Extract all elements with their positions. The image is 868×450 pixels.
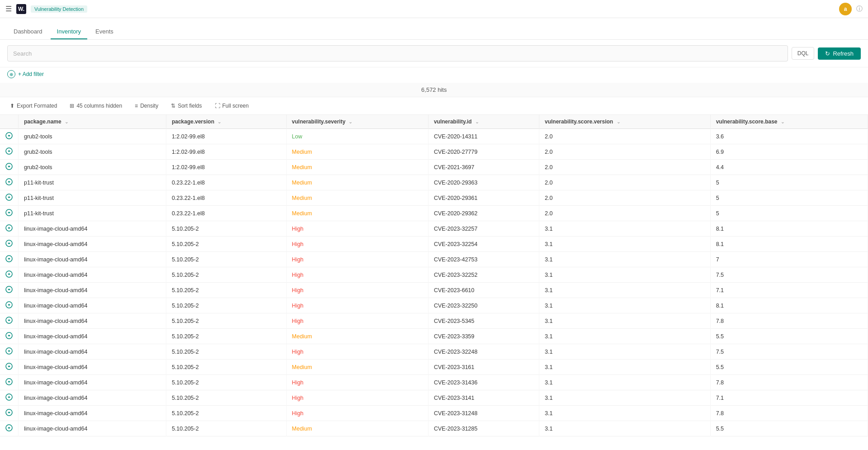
table-row[interactable]: linux-image-cloud-amd64 5.10.205-2 High …: [0, 252, 868, 267]
col-score-version[interactable]: vulnerability.score.version ⌄: [539, 115, 711, 129]
table-wrapper: package.name ⌄ package.version ⌄ vulnera…: [0, 115, 868, 436]
tab-dashboard[interactable]: Dashboard: [7, 24, 49, 39]
search-bar[interactable]: [7, 45, 788, 62]
cell-package-name: linux-image-cloud-amd64: [19, 221, 166, 237]
table-row[interactable]: linux-image-cloud-amd64 5.10.205-2 High …: [0, 344, 868, 360]
cell-package-version: 1:2.02-99.el8: [166, 160, 286, 175]
svg-point-17: [9, 258, 10, 260]
breadcrumb-tag: Vulnerability Detection: [31, 5, 87, 13]
sort-package-name-icon: ⌄: [65, 119, 68, 124]
columns-hidden-button[interactable]: ⊞ 45 columns hidden: [67, 101, 125, 111]
row-icon-cell: [0, 344, 19, 360]
table-row[interactable]: p11-kit-trust 0.23.22-1.el8 Medium CVE-2…: [0, 190, 868, 206]
cell-score-base: 5: [710, 206, 868, 221]
package-icon: [5, 378, 13, 385]
table-row[interactable]: linux-image-cloud-amd64 5.10.205-2 High …: [0, 313, 868, 329]
cell-package-name: linux-image-cloud-amd64: [19, 329, 166, 344]
cell-vuln-id: CVE-2023-32252: [428, 267, 539, 283]
cell-package-name: grub2-tools: [19, 160, 166, 175]
sort-fields-button[interactable]: ⇅ Sort fields: [168, 101, 204, 111]
col-score-base[interactable]: vulnerability.score.base ⌄: [710, 115, 868, 129]
tab-events[interactable]: Events: [89, 24, 120, 39]
table-row[interactable]: p11-kit-trust 0.23.22-1.el8 Medium CVE-2…: [0, 175, 868, 190]
table-row[interactable]: grub2-tools 1:2.02-99.el8 Low CVE-2020-1…: [0, 129, 868, 144]
density-button[interactable]: ≡ Density: [132, 101, 161, 111]
info-icon[interactable]: ⓘ: [856, 5, 863, 13]
refresh-button[interactable]: ↻ Refresh: [818, 47, 861, 60]
row-icon-cell: [0, 160, 19, 175]
svg-point-11: [9, 212, 10, 213]
svg-point-23: [9, 304, 10, 306]
table-row[interactable]: linux-image-cloud-amd64 5.10.205-2 High …: [0, 283, 868, 298]
cell-severity: Medium: [286, 329, 428, 344]
row-icon-cell: [0, 190, 19, 206]
sort-package-version-icon: ⌄: [217, 119, 221, 124]
dql-button[interactable]: DQL: [792, 47, 815, 60]
table-row[interactable]: grub2-tools 1:2.02-99.el8 Medium CVE-202…: [0, 144, 868, 160]
row-icon-cell: [0, 206, 19, 221]
menu-icon[interactable]: ☰: [5, 5, 12, 13]
cell-score-base: 7.1: [710, 283, 868, 298]
cell-severity: Medium: [286, 160, 428, 175]
cell-package-version: 1:2.02-99.el8: [166, 144, 286, 160]
cell-score-version: 3.1: [539, 221, 711, 237]
svg-point-29: [9, 351, 10, 352]
table-row[interactable]: linux-image-cloud-amd64 5.10.205-2 Mediu…: [0, 329, 868, 344]
export-button[interactable]: ⬆ Export Formated: [7, 101, 60, 111]
avatar: a: [839, 3, 852, 15]
table-row[interactable]: linux-image-cloud-amd64 5.10.205-2 High …: [0, 237, 868, 252]
cell-severity: High: [286, 252, 428, 267]
table-row[interactable]: linux-image-cloud-amd64 5.10.205-2 High …: [0, 221, 868, 237]
table-row[interactable]: linux-image-cloud-amd64 5.10.205-2 High …: [0, 267, 868, 283]
row-icon-cell: [0, 298, 19, 313]
package-icon: [5, 270, 13, 278]
cell-severity: Low: [286, 129, 428, 144]
fullscreen-button[interactable]: ⛶ Full screen: [212, 101, 252, 111]
cell-severity: High: [286, 313, 428, 329]
table-row[interactable]: linux-image-cloud-amd64 5.10.205-2 Mediu…: [0, 360, 868, 375]
cell-score-base: 7: [710, 252, 868, 267]
package-icon: [5, 132, 13, 139]
cell-package-name: p11-kit-trust: [19, 190, 166, 206]
cell-score-version: 3.1: [539, 390, 711, 406]
cell-severity: Medium: [286, 360, 428, 375]
table-row[interactable]: linux-image-cloud-amd64 5.10.205-2 Mediu…: [0, 421, 868, 436]
filter-icon[interactable]: ⊕: [7, 70, 15, 78]
cell-score-base: 7.1: [710, 390, 868, 406]
cell-package-version: 5.10.205-2: [166, 298, 286, 313]
col-score-version-label: vulnerability.score.version: [545, 118, 613, 125]
table-row[interactable]: grub2-tools 1:2.02-99.el8 Medium CVE-202…: [0, 160, 868, 175]
svg-point-35: [9, 397, 10, 398]
table-row[interactable]: linux-image-cloud-amd64 5.10.205-2 High …: [0, 375, 868, 390]
cell-package-name: linux-image-cloud-amd64: [19, 267, 166, 283]
hits-bar: 6,572 hits: [0, 83, 868, 97]
cell-vuln-id: CVE-2023-31436: [428, 375, 539, 390]
cell-score-version: 2.0: [539, 160, 711, 175]
table-row[interactable]: linux-image-cloud-amd64 5.10.205-2 High …: [0, 298, 868, 313]
cell-package-version: 5.10.205-2: [166, 390, 286, 406]
cell-vuln-id: CVE-2023-5345: [428, 313, 539, 329]
add-filter-button[interactable]: + Add filter: [18, 71, 44, 77]
table-row[interactable]: linux-image-cloud-amd64 5.10.205-2 High …: [0, 406, 868, 421]
package-icon: [5, 178, 13, 185]
refresh-icon: ↻: [825, 50, 830, 57]
col-vuln-id[interactable]: vulnerability.id ⌄: [428, 115, 539, 129]
row-icon-cell: [0, 360, 19, 375]
row-icon-cell: [0, 175, 19, 190]
table-row[interactable]: linux-image-cloud-amd64 5.10.205-2 High …: [0, 390, 868, 406]
tab-inventory[interactable]: Inventory: [51, 24, 87, 39]
row-icon-cell: [0, 375, 19, 390]
search-input[interactable]: [13, 50, 782, 57]
col-package-name[interactable]: package.name ⌄: [19, 115, 166, 129]
package-icon: [5, 286, 13, 293]
svg-point-15: [9, 243, 10, 244]
cell-package-name: linux-image-cloud-amd64: [19, 313, 166, 329]
cell-severity: Medium: [286, 421, 428, 436]
table-body: grub2-tools 1:2.02-99.el8 Low CVE-2020-1…: [0, 129, 868, 436]
table-row[interactable]: p11-kit-trust 0.23.22-1.el8 Medium CVE-2…: [0, 206, 868, 221]
col-vuln-severity[interactable]: vulnerability.severity ⌄: [286, 115, 428, 129]
topbar-right: a ⓘ: [839, 3, 863, 15]
cell-score-base: 5.5: [710, 360, 868, 375]
cell-score-base: 7.5: [710, 267, 868, 283]
col-package-version[interactable]: package.version ⌄: [166, 115, 286, 129]
